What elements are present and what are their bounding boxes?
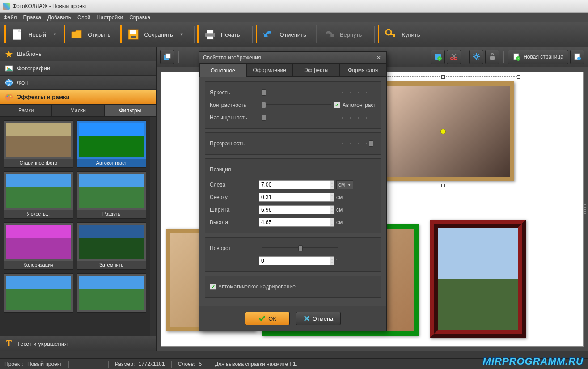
subtab-frames[interactable]: Рамки	[0, 104, 52, 117]
photo-icon	[4, 64, 13, 73]
cancel-button[interactable]: Отмена	[296, 312, 341, 325]
new-file-icon	[10, 27, 25, 42]
svg-rect-38	[490, 56, 495, 60]
check-icon	[258, 315, 266, 322]
subtab-filters[interactable]: Фильтры	[104, 104, 156, 117]
ok-button[interactable]: ОК	[245, 312, 290, 325]
add-image-icon[interactable]: +	[431, 50, 445, 64]
sidebar-item-background[interactable]: Фон	[0, 76, 156, 90]
saturation-slider[interactable]	[262, 117, 373, 119]
gear-icon[interactable]	[469, 50, 483, 64]
cut-icon[interactable]	[447, 50, 461, 64]
filter-thumb[interactable]	[4, 273, 73, 313]
filter-thumb[interactable]: Раздуть	[77, 171, 147, 219]
image-properties-dialog: Свойства изображения ✕ Основное Оформлен…	[199, 51, 387, 331]
sidebar-item-effects[interactable]: Эффекты и рамки	[0, 90, 156, 104]
unit-select[interactable]: см▼	[336, 180, 353, 189]
autocrop-checkbox[interactable]: ✓	[210, 284, 216, 290]
chevron-down-icon[interactable]: ▼	[50, 32, 54, 37]
contrast-slider[interactable]	[262, 104, 331, 106]
page-settings-icon[interactable]	[570, 50, 584, 64]
separator	[194, 26, 195, 43]
subtab-masks[interactable]: Маски	[52, 104, 104, 117]
menu-edit[interactable]: Правка	[23, 14, 42, 21]
svg-point-43	[577, 57, 581, 60]
lock-icon[interactable]	[485, 50, 499, 64]
filter-thumb[interactable]: Затемнить	[77, 222, 147, 270]
menu-add[interactable]: Добавить	[47, 14, 71, 21]
title-bar: ФотоКОЛЛАЖ - Новый проект	[0, 0, 588, 13]
svg-point-19	[10, 95, 12, 97]
save-button[interactable]: Сохранить ▼	[120, 25, 186, 43]
buy-button[interactable]: Купить	[378, 25, 424, 43]
svg-line-36	[474, 59, 474, 59]
undo-button[interactable]: Отменить	[256, 25, 310, 43]
separator	[374, 26, 375, 43]
sidebar-item-photos[interactable]: Фотографии	[0, 61, 156, 76]
open-button[interactable]: Открыть	[64, 25, 115, 43]
selection-frame[interactable]	[367, 76, 519, 186]
menu-help[interactable]: Справка	[129, 14, 150, 21]
dialog-tab-design[interactable]: Оформление	[246, 64, 293, 77]
svg-rect-4	[131, 36, 136, 38]
filter-thumb[interactable]: Автоконтраст	[77, 120, 147, 168]
svg-point-18	[8, 94, 10, 96]
scrollbar[interactable]	[150, 117, 156, 336]
printer-icon	[203, 27, 217, 42]
dialog-titlebar[interactable]: Свойства изображения ✕	[199, 52, 386, 64]
redo-button[interactable]: Вернуть	[316, 25, 367, 43]
chevron-down-icon[interactable]: ▼	[177, 32, 181, 37]
dialog-tab-main[interactable]: Основное	[199, 64, 246, 77]
palette-icon	[4, 93, 13, 102]
main-toolbar: Новый ▼ Открыть Сохранить ▼ Печать Отмен…	[0, 22, 588, 47]
print-button[interactable]: Печать	[197, 25, 245, 43]
undo-icon	[262, 27, 276, 42]
svg-text:+: +	[439, 57, 441, 61]
sidebar: Шаблоны Фотографии Фон Эффекты и рамки Р…	[0, 47, 157, 351]
svg-rect-21	[166, 54, 170, 58]
sidebar-item-text[interactable]: T Текст и украшения	[0, 336, 156, 351]
svg-marker-11	[5, 51, 13, 58]
brightness-slider[interactable]	[262, 92, 373, 93]
rotation-input[interactable]: ▲▼	[259, 256, 333, 265]
filter-thumb[interactable]: Яркость...	[4, 171, 73, 219]
filter-thumb[interactable]	[77, 273, 147, 313]
dialog-tab-effects[interactable]: Эффекты	[293, 64, 340, 77]
left-input[interactable]: ▲▼	[259, 180, 333, 189]
svg-rect-3	[130, 30, 136, 34]
menu-layer[interactable]: Слой	[77, 14, 90, 21]
svg-line-37	[478, 54, 479, 55]
sidebar-subtabs: Рамки Маски Фильтры	[0, 104, 156, 117]
folder-open-icon	[70, 27, 84, 42]
page-add-icon: +	[512, 53, 520, 61]
menu-bar: Файл Правка Добавить Слой Настройки Спра…	[0, 13, 588, 22]
star-icon	[4, 50, 13, 59]
key-icon	[384, 27, 398, 42]
rotation-slider[interactable]	[262, 247, 338, 249]
autocontrast-checkbox[interactable]: ✓	[334, 102, 340, 108]
redo-icon	[322, 27, 336, 42]
svg-point-13	[7, 67, 8, 69]
sidebar-item-templates[interactable]: Шаблоны	[0, 47, 156, 61]
collage-frame[interactable]	[430, 220, 526, 338]
svg-point-17	[7, 95, 8, 97]
svg-rect-7	[207, 36, 213, 39]
filter-thumb[interactable]: Колоризация	[4, 222, 73, 270]
height-input[interactable]: ▲▼	[259, 218, 333, 227]
top-input[interactable]: ▲▼	[259, 193, 333, 202]
dialog-tab-shape[interactable]: Форма слоя	[340, 64, 387, 77]
svg-rect-6	[207, 30, 213, 34]
menu-file[interactable]: Файл	[4, 14, 17, 21]
new-button[interactable]: Новый ▼	[4, 25, 59, 43]
width-input[interactable]: ▲▼	[259, 205, 333, 214]
rotation-handle[interactable]	[440, 129, 446, 134]
svg-text:+: +	[517, 57, 520, 61]
layers-icon[interactable]	[160, 50, 174, 64]
new-page-button[interactable]: + Новая страница	[508, 50, 568, 64]
watermark: MIRPROGRAMM.RU	[483, 356, 584, 367]
svg-line-34	[474, 54, 474, 55]
opacity-slider[interactable]	[262, 143, 373, 144]
filter-thumb[interactable]: Старинное фото	[4, 120, 73, 168]
menu-settings[interactable]: Настройки	[97, 14, 123, 21]
close-icon[interactable]: ✕	[375, 54, 383, 62]
